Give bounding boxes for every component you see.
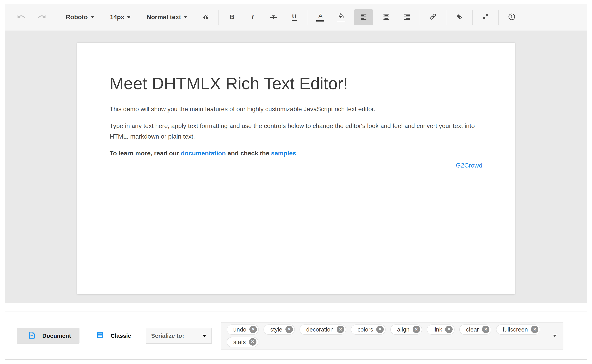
chip-remove-icon[interactable]: ✕ — [376, 326, 384, 333]
classic-mode-label: Classic — [111, 332, 131, 339]
text-color-button[interactable]: A — [313, 9, 328, 26]
document-title: Meet DHTMLX Rich Text Editor! — [110, 73, 482, 94]
toolbar-separator — [219, 10, 219, 25]
plugin-chip-stats: stats✕ — [227, 337, 258, 347]
text-style-value: Normal text — [147, 14, 181, 21]
serialize-select[interactable]: Serialize to: — [146, 328, 212, 344]
blockquote-icon: “ — [203, 13, 209, 25]
strikethrough-icon: T — [272, 14, 275, 20]
chip-remove-icon[interactable]: ✕ — [482, 326, 489, 333]
bold-icon: B — [230, 13, 234, 21]
plugin-chip-link: link✕ — [427, 324, 455, 334]
toolbar-separator — [446, 10, 447, 25]
document-paragraph: Type in any text here, apply text format… — [110, 121, 482, 142]
document-mode-button[interactable]: Document — [17, 328, 80, 344]
chip-remove-icon[interactable]: ✕ — [337, 326, 344, 333]
text-color-icon: A — [317, 13, 324, 21]
chip-remove-icon[interactable]: ✕ — [286, 326, 293, 333]
chip-remove-icon[interactable]: ✕ — [249, 338, 256, 346]
align-center-button[interactable] — [378, 9, 394, 26]
plugins-multiselect[interactable]: undo✕ style✕ decoration✕ colors✕ align✕ … — [221, 322, 563, 349]
redo-icon — [38, 12, 46, 22]
caret-down-icon — [184, 16, 187, 18]
rich-text-editor-app: Roboto 14px Normal text “ B I T U — [0, 0, 592, 364]
align-left-icon — [360, 13, 367, 21]
toolbar-separator — [55, 10, 55, 25]
caret-down-icon — [127, 16, 130, 18]
text-style-select[interactable]: Normal text — [147, 14, 187, 21]
eraser-icon — [455, 13, 463, 22]
link-icon — [429, 13, 437, 22]
info-icon — [508, 13, 516, 22]
fullscreen-icon — [482, 13, 489, 21]
underline-button[interactable]: U — [286, 9, 302, 26]
document-mode-label: Document — [42, 332, 71, 339]
font-size-select[interactable]: 14px — [110, 14, 130, 21]
redo-button[interactable] — [34, 9, 50, 26]
italic-icon: I — [251, 13, 254, 21]
classic-mode-icon — [96, 331, 104, 340]
font-family-value: Roboto — [66, 14, 88, 21]
align-left-button[interactable] — [354, 9, 373, 25]
toolbar-separator — [472, 10, 473, 25]
plugin-chip-colors: colors✕ — [351, 324, 386, 334]
cta-prefix: To learn more, read our — [110, 150, 181, 156]
blockquote-button[interactable]: “ — [198, 9, 214, 26]
editor-toolbar: Roboto 14px Normal text “ B I T U — [5, 4, 587, 31]
document-paragraph: This demo will show you the main feature… — [110, 104, 482, 114]
chip-remove-icon[interactable]: ✕ — [445, 326, 453, 333]
undo-icon — [17, 12, 26, 22]
align-center-icon — [383, 13, 390, 21]
plugin-chip-clear: clear✕ — [459, 324, 491, 334]
align-right-button[interactable] — [399, 9, 415, 26]
fill-color-button[interactable] — [333, 9, 349, 26]
plugin-chip-decoration: decoration✕ — [299, 324, 346, 334]
plugin-chip-fullscreen: fullscreen✕ — [496, 324, 540, 334]
serialize-label: Serialize to: — [151, 332, 202, 339]
classic-mode-button[interactable]: Classic — [85, 328, 140, 344]
plugin-chip-style: style✕ — [264, 324, 295, 334]
plugin-chips-row: undo✕ style✕ decoration✕ colors✕ align✕ … — [227, 324, 545, 334]
documentation-link[interactable]: documentation — [181, 150, 226, 156]
document-cta-paragraph: To learn more, read our documentation an… — [110, 148, 482, 158]
info-button[interactable] — [504, 9, 520, 26]
caret-down-icon — [202, 334, 206, 337]
clear-format-button[interactable] — [452, 9, 467, 26]
toolbar-separator — [420, 10, 420, 25]
plugins-caret-down-icon[interactable] — [553, 334, 557, 337]
toolbar-separator — [307, 10, 307, 25]
font-size-value: 14px — [110, 14, 124, 21]
fullscreen-button[interactable] — [478, 9, 494, 26]
samples-link[interactable]: samples — [271, 150, 296, 156]
undo-button[interactable] — [13, 9, 29, 26]
align-right-icon — [403, 13, 411, 21]
plugin-chip-undo: undo✕ — [227, 324, 259, 334]
plugin-chips-row: stats✕ — [227, 337, 545, 347]
document-page[interactable]: Meet DHTMLX Rich Text Editor! This demo … — [77, 43, 515, 294]
underline-icon: U — [292, 13, 297, 21]
cta-middle: and check the — [226, 150, 271, 156]
document-mode-icon — [28, 331, 36, 340]
editor-canvas: Meet DHTMLX Rich Text Editor! This demo … — [5, 31, 587, 303]
chip-remove-icon[interactable]: ✕ — [531, 326, 538, 333]
demo-controls-panel: Document Classic Serialize to: undo✕ sty… — [5, 312, 587, 360]
plugin-chip-align: align✕ — [390, 324, 422, 334]
italic-button[interactable]: I — [245, 9, 260, 26]
font-family-select[interactable]: Roboto — [66, 14, 94, 21]
g2crowd-link[interactable]: G2Crowd — [456, 162, 482, 169]
review-paragraph: G2Crowd — [110, 160, 482, 171]
chip-remove-icon[interactable]: ✕ — [250, 326, 257, 333]
link-button[interactable] — [425, 9, 441, 26]
fill-color-icon — [337, 13, 345, 22]
chip-remove-icon[interactable]: ✕ — [413, 326, 420, 333]
strikethrough-button[interactable]: T — [266, 9, 281, 26]
caret-down-icon — [91, 16, 94, 18]
bold-button[interactable]: B — [224, 9, 240, 26]
toolbar-separator — [499, 10, 499, 25]
